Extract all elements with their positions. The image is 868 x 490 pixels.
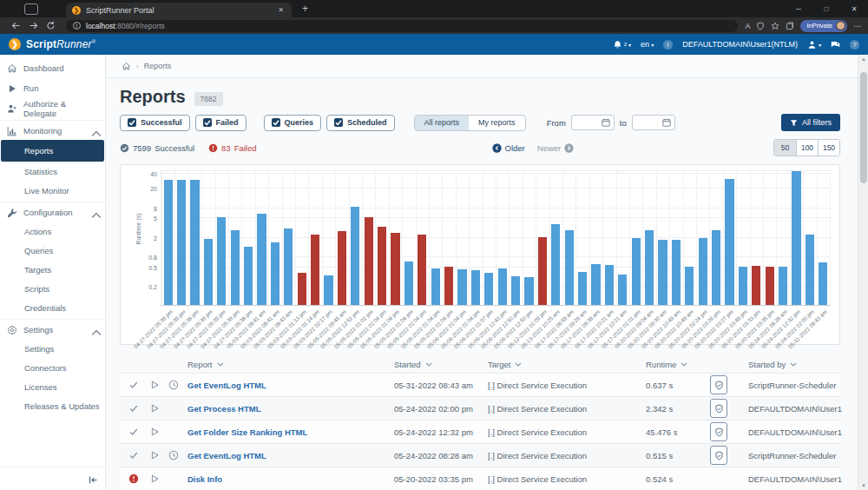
- window-close-icon[interactable]: ✕: [840, 0, 868, 17]
- checkbox-checked-icon[interactable]: [203, 118, 212, 127]
- run-again-icon[interactable]: [149, 450, 168, 460]
- sidebar-item-scripts[interactable]: Scripts: [1, 279, 104, 298]
- chart-bar[interactable]: [712, 230, 720, 305]
- chart-bar[interactable]: [551, 224, 560, 305]
- from-date-input[interactable]: [571, 115, 615, 130]
- table-row[interactable]: Get Folder Size Ranking HTML05-24-2022 1…: [120, 420, 840, 443]
- sidebar-item-queries[interactable]: Queries: [1, 241, 104, 260]
- report-link[interactable]: Get Folder Size Ranking HTML: [187, 427, 394, 437]
- new-tab-icon[interactable]: +: [302, 3, 308, 15]
- url-bar[interactable]: i localhost :8080/#/reports: [66, 20, 738, 32]
- vertical-scrollbar[interactable]: ▲ ▼: [858, 55, 868, 490]
- chart-bar[interactable]: [204, 239, 213, 305]
- collections-icon[interactable]: [786, 22, 794, 30]
- security-shield-button[interactable]: [710, 446, 727, 465]
- run-again-icon[interactable]: [149, 403, 168, 414]
- chart-bar[interactable]: [391, 233, 399, 305]
- chart-bar[interactable]: [792, 171, 800, 305]
- report-link[interactable]: Get EventLog HTML: [187, 451, 394, 460]
- chart-bar[interactable]: [324, 275, 332, 305]
- sidebar-item-monitoring[interactable]: Monitoring: [0, 120, 105, 140]
- sort-caret-icon[interactable]: [515, 362, 522, 367]
- site-info-icon[interactable]: i: [73, 22, 81, 30]
- checkbox-checked-icon[interactable]: [272, 118, 280, 127]
- run-again-icon[interactable]: [149, 473, 168, 484]
- chat-icon[interactable]: [831, 40, 840, 50]
- breadcrumb-page[interactable]: Reports: [144, 62, 172, 70]
- chart-bar[interactable]: [779, 267, 787, 305]
- scroll-down-icon[interactable]: ▼: [858, 483, 868, 488]
- user-menu[interactable]: ▾: [807, 40, 821, 50]
- table-row[interactable]: Disk Info05-20-2022 03:35 pm[.] Direct S…: [120, 467, 840, 490]
- sidebar-item-targets[interactable]: Targets: [1, 260, 104, 279]
- chart-bar[interactable]: [271, 242, 279, 305]
- chart-bar[interactable]: [365, 217, 373, 305]
- chart-bar[interactable]: [632, 238, 641, 305]
- chart-bar[interactable]: [806, 235, 814, 305]
- tab-close-icon[interactable]: ✕: [276, 6, 286, 14]
- run-again-icon[interactable]: [149, 380, 168, 390]
- scope-my-reports[interactable]: My reports: [469, 116, 525, 130]
- filter-failed-button[interactable]: Failed: [195, 115, 247, 131]
- column-header-runtime[interactable]: Runtime: [646, 360, 710, 369]
- chart-bar[interactable]: [217, 217, 226, 305]
- more-menu-icon[interactable]: ⋯: [853, 22, 861, 30]
- browser-tab[interactable]: ❯ ScriptRunner Portal ✕: [66, 3, 292, 17]
- sort-caret-icon[interactable]: [425, 362, 432, 367]
- chart-bar[interactable]: [685, 267, 694, 305]
- notifications-bell-icon[interactable]: 2 ▾: [613, 40, 631, 50]
- security-shield-button[interactable]: [710, 399, 727, 418]
- help-icon[interactable]: ?: [850, 40, 859, 50]
- filter-queries-button[interactable]: Queries: [264, 115, 322, 131]
- column-header-started-by[interactable]: Started by: [748, 360, 840, 369]
- chart-bar[interactable]: [457, 269, 466, 305]
- scroll-up-icon[interactable]: ▲: [858, 56, 868, 62]
- chart-bar[interactable]: [645, 230, 654, 305]
- report-link[interactable]: Get Process HTML: [187, 404, 394, 414]
- table-row[interactable]: Get EventLog HTML05-24-2022 08:28 am[.] …: [120, 443, 840, 467]
- chart-bar[interactable]: [284, 228, 293, 305]
- sidebar-item-settings[interactable]: Settings: [1, 339, 104, 358]
- chart-bar[interactable]: [511, 276, 520, 305]
- scope-all-reports[interactable]: All reports: [415, 116, 470, 130]
- refresh-icon[interactable]: [42, 21, 59, 30]
- home-icon[interactable]: [122, 62, 131, 71]
- sidebar-item-dashboard[interactable]: Dashboard: [0, 58, 105, 78]
- chart-bar[interactable]: [524, 277, 533, 305]
- chart-bar[interactable]: [819, 262, 827, 305]
- sidebar-item-reports[interactable]: Reports: [1, 140, 104, 162]
- chart-bar[interactable]: [351, 207, 359, 305]
- read-aloud-icon[interactable]: A: [745, 22, 750, 30]
- page-size-150[interactable]: 150: [818, 140, 839, 156]
- favorites-star-icon[interactable]: [771, 22, 779, 30]
- chart-bar[interactable]: [257, 214, 266, 305]
- sidebar-item-actions[interactable]: Actions: [1, 222, 104, 241]
- chart-bar[interactable]: [591, 264, 600, 305]
- security-shield-button[interactable]: [710, 422, 727, 441]
- sidebar-item-credentials[interactable]: Credentials: [1, 298, 104, 317]
- tracking-prevention-icon[interactable]: [756, 22, 765, 30]
- newer-button[interactable]: Newer: [537, 143, 574, 153]
- checkbox-checked-icon[interactable]: [128, 118, 136, 127]
- sort-caret-icon[interactable]: [681, 362, 687, 367]
- chart-bar[interactable]: [699, 238, 707, 305]
- forward-icon[interactable]: [24, 21, 42, 30]
- security-shield-button[interactable]: [710, 375, 727, 394]
- window-maximize-icon[interactable]: □: [812, 0, 840, 17]
- column-header-target[interactable]: Target: [488, 360, 646, 369]
- chart-bar[interactable]: [672, 240, 681, 305]
- sidebar-item-licenses[interactable]: Licenses: [1, 377, 104, 396]
- sidebar-item-settings[interactable]: Settings: [0, 319, 105, 339]
- chart-bar[interactable]: [244, 247, 253, 305]
- sidebar-item-statistics[interactable]: Statistics: [1, 162, 104, 181]
- sidebar-item-configuration[interactable]: Configuration: [0, 202, 105, 222]
- chart-bar[interactable]: [766, 267, 774, 306]
- filter-scheduled-button[interactable]: Scheduled: [326, 115, 395, 131]
- sidebar-collapse-icon[interactable]: [89, 475, 98, 485]
- sort-caret-icon[interactable]: [217, 362, 224, 367]
- sidebar-item-authorize-delegate[interactable]: Authorize & Delegate: [0, 98, 105, 118]
- profile-inprivate-badge[interactable]: InPrivate: [800, 20, 847, 32]
- chart-bar[interactable]: [378, 227, 386, 305]
- all-filters-button[interactable]: All filters: [781, 114, 840, 131]
- info-icon[interactable]: i: [663, 40, 673, 50]
